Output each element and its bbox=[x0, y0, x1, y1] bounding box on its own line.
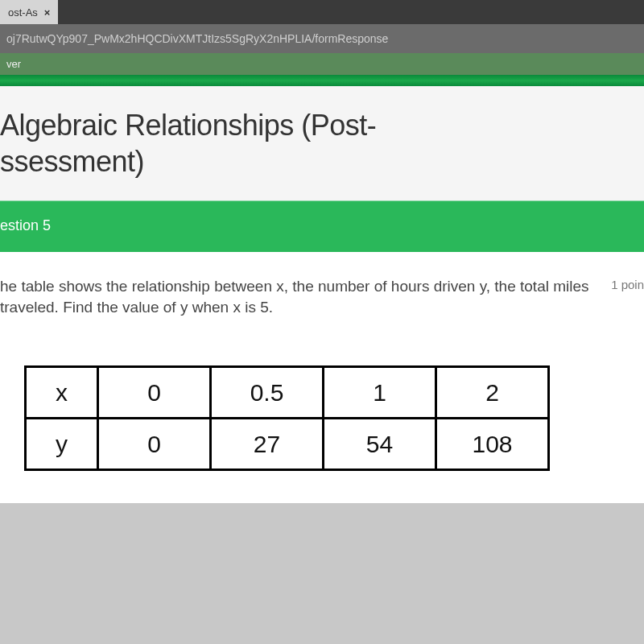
table-cell: 1 bbox=[324, 367, 436, 419]
table-row: y 0 27 54 108 bbox=[26, 419, 549, 470]
toolbar-item[interactable]: ver bbox=[6, 58, 21, 70]
table-cell: 54 bbox=[324, 419, 436, 470]
form-title: Algebraic Relationships (Post- ssessment… bbox=[0, 107, 644, 180]
table-cell: 2 bbox=[436, 367, 549, 419]
close-icon[interactable]: × bbox=[44, 6, 51, 19]
table-cell: 0.5 bbox=[211, 367, 324, 419]
form-accent-bar bbox=[0, 75, 644, 86]
bookmark-bar: ver bbox=[0, 53, 644, 75]
question-body: he table shows the relationship between … bbox=[0, 252, 644, 503]
question-number: estion 5 bbox=[0, 217, 51, 233]
browser-tab[interactable]: ost-As × bbox=[0, 0, 58, 24]
question-header: estion 5 bbox=[0, 200, 644, 252]
table-cell: 27 bbox=[211, 419, 324, 470]
table-cell: 108 bbox=[436, 419, 549, 470]
tab-title: ost-As bbox=[8, 6, 38, 19]
table-row: x 0 0.5 1 2 bbox=[26, 367, 549, 419]
table-cell: 0 bbox=[98, 367, 211, 419]
address-bar[interactable]: oj7RutwQYp907_PwMx2hHQCDivXMTJtIzs5SgRyX… bbox=[0, 24, 644, 53]
form-content: Algebraic Relationships (Post- ssessment… bbox=[0, 75, 644, 503]
title-line-1: Algebraic Relationships (Post- bbox=[0, 109, 376, 142]
data-table: x 0 0.5 1 2 y 0 27 54 108 bbox=[24, 365, 550, 471]
form-header: Algebraic Relationships (Post- ssessment… bbox=[0, 86, 644, 200]
row-header-x: x bbox=[26, 367, 98, 419]
url-text: oj7RutwQYp907_PwMx2hHQCDivXMTJtIzs5SgRyX… bbox=[6, 32, 388, 45]
title-line-2: ssessment) bbox=[0, 145, 144, 178]
row-header-y: y bbox=[26, 419, 98, 470]
question-text: he table shows the relationship between … bbox=[0, 276, 601, 317]
question-points: 1 poin bbox=[611, 276, 644, 291]
table-cell: 0 bbox=[98, 419, 211, 470]
browser-tab-strip: ost-As × bbox=[0, 0, 644, 24]
